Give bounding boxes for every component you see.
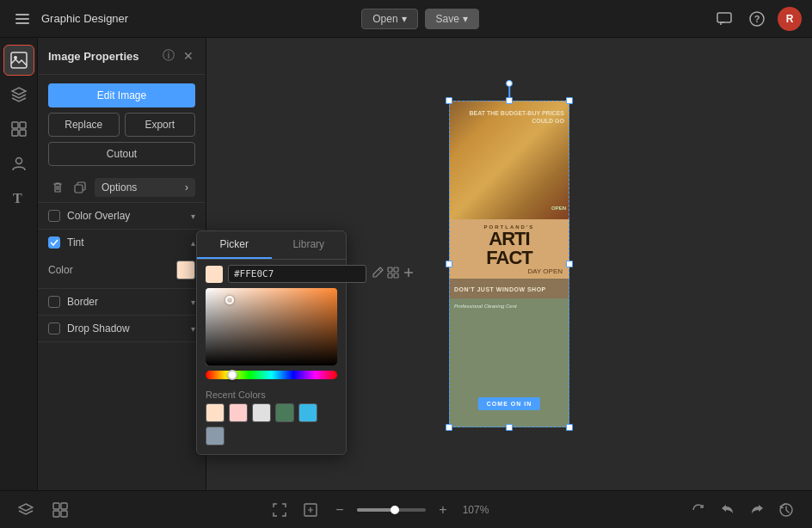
svg-rect-18 bbox=[394, 267, 398, 272]
redo-button[interactable] bbox=[745, 498, 769, 522]
handle-bottom-right[interactable] bbox=[566, 424, 573, 431]
sidebar-item-people[interactable] bbox=[3, 148, 34, 179]
border-checkbox[interactable] bbox=[48, 296, 60, 308]
recent-colors bbox=[197, 403, 346, 445]
svg-rect-24 bbox=[61, 503, 67, 509]
topbar-center: Open ▾ Save ▾ bbox=[361, 9, 479, 29]
history-icon[interactable] bbox=[774, 498, 798, 522]
close-icon[interactable]: ✕ bbox=[181, 47, 195, 64]
tint-header[interactable]: Tint ▴ bbox=[38, 230, 206, 255]
rotate-handle[interactable] bbox=[506, 80, 513, 87]
open-button[interactable]: Open ▾ bbox=[361, 9, 417, 29]
svg-rect-8 bbox=[12, 122, 18, 128]
handle-middle-left[interactable] bbox=[446, 261, 452, 267]
sidebar-item-text[interactable]: T bbox=[3, 182, 34, 213]
refresh-icon[interactable] bbox=[686, 498, 710, 522]
topbar-left: Graphic Designer bbox=[10, 7, 128, 31]
color-overlay-section: Color Overlay ▾ bbox=[38, 203, 206, 230]
zoom-in-button[interactable]: + bbox=[433, 500, 453, 520]
sidebar-item-grid[interactable] bbox=[3, 114, 34, 144]
bottom-left bbox=[14, 498, 72, 522]
recent-swatch-5[interactable] bbox=[298, 403, 317, 422]
options-button[interactable]: Options › bbox=[95, 178, 195, 197]
eyedropper-icon[interactable] bbox=[372, 267, 384, 281]
svg-rect-25 bbox=[53, 511, 59, 517]
zoom-handle bbox=[391, 506, 399, 514]
grid-icon[interactable] bbox=[387, 267, 399, 281]
topbar: Graphic Designer Open ▾ Save ▾ ? R bbox=[0, 0, 812, 38]
plus-icon[interactable] bbox=[403, 267, 415, 281]
help-icon[interactable]: ? bbox=[745, 7, 769, 31]
svg-rect-6 bbox=[11, 52, 27, 68]
sidebar-item-layers[interactable] bbox=[3, 79, 34, 110]
info-icon[interactable]: ⓘ bbox=[161, 46, 176, 65]
canvas-image-container[interactable]: BEAT THE BUDGET-BUY PRICES COULD GO OPEN… bbox=[449, 101, 569, 427]
svg-rect-9 bbox=[20, 122, 26, 128]
svg-rect-26 bbox=[61, 511, 67, 517]
tint-checkbox[interactable] bbox=[48, 236, 60, 249]
replace-button[interactable]: Replace bbox=[48, 113, 120, 137]
svg-rect-17 bbox=[388, 267, 392, 272]
hue-slider[interactable] bbox=[206, 371, 337, 379]
zoom-out-button[interactable]: − bbox=[329, 500, 350, 520]
handle-bottom-left[interactable] bbox=[446, 424, 452, 431]
sidebar-item-images[interactable] bbox=[3, 45, 34, 76]
svg-point-12 bbox=[15, 158, 22, 164]
svg-text:?: ? bbox=[754, 14, 760, 24]
edit-image-button[interactable]: Edit Image bbox=[48, 83, 195, 107]
handle-top-left[interactable] bbox=[446, 97, 452, 104]
library-tab[interactable]: Library bbox=[272, 231, 347, 259]
recent-swatch-6[interactable] bbox=[206, 427, 225, 445]
svg-rect-0 bbox=[15, 14, 29, 15]
recent-swatch-3[interactable] bbox=[252, 403, 271, 422]
border-header[interactable]: Border ▾ bbox=[38, 289, 206, 315]
handle-top-center[interactable] bbox=[506, 97, 513, 104]
hex-swatch bbox=[206, 266, 223, 283]
tint-color-row: Color bbox=[48, 261, 195, 279]
recent-swatch-2[interactable] bbox=[229, 403, 248, 422]
handle-bottom-center[interactable] bbox=[506, 424, 513, 431]
app-title: Graphic Designer bbox=[41, 12, 128, 25]
zoom-slider[interactable] bbox=[357, 508, 426, 512]
border-section: Border ▾ bbox=[38, 289, 206, 316]
duplicate-icon[interactable] bbox=[71, 178, 89, 197]
cutout-button[interactable]: Cutout bbox=[48, 142, 195, 166]
picker-icons bbox=[372, 267, 415, 281]
recent-swatch-1[interactable] bbox=[206, 403, 225, 422]
tint-color-swatch[interactable] bbox=[176, 261, 195, 279]
zoom-level: 107% bbox=[460, 504, 491, 516]
save-button[interactable]: Save ▾ bbox=[425, 9, 479, 29]
hex-input[interactable] bbox=[228, 265, 366, 283]
undo-button[interactable] bbox=[716, 498, 740, 522]
svg-rect-20 bbox=[394, 273, 398, 278]
export-button[interactable]: Export bbox=[125, 113, 196, 137]
poster-dont: DON'T JUST WINDOW SHOP bbox=[449, 279, 569, 299]
options-row: Options › bbox=[38, 173, 206, 203]
canvas-inner: BEAT THE BUDGET-BUY PRICES COULD GO OPEN… bbox=[449, 101, 569, 427]
handle-top-right[interactable] bbox=[566, 97, 573, 104]
tint-content: Color bbox=[38, 255, 206, 288]
svg-rect-19 bbox=[388, 273, 392, 278]
avatar[interactable]: R bbox=[778, 7, 802, 31]
left-sidebar: T bbox=[0, 38, 38, 490]
color-gradient[interactable] bbox=[206, 288, 337, 365]
poster-bottom: Professional Cleaning Cent COME ON IN bbox=[449, 298, 569, 427]
delete-icon[interactable] bbox=[48, 178, 67, 197]
color-picker-popup: Picker Library Recent Colors bbox=[196, 230, 347, 455]
handle-middle-right[interactable] bbox=[566, 261, 573, 267]
svg-line-16 bbox=[378, 269, 381, 272]
picker-tab[interactable]: Picker bbox=[197, 231, 272, 259]
topbar-right: ? R bbox=[712, 7, 802, 31]
layer-icon[interactable] bbox=[14, 498, 38, 522]
drop-shadow-header[interactable]: Drop Shadow ▾ bbox=[38, 316, 206, 341]
color-overlay-checkbox[interactable] bbox=[48, 210, 60, 222]
grid-view-icon[interactable] bbox=[48, 498, 72, 522]
svg-rect-1 bbox=[15, 18, 29, 20]
color-overlay-header[interactable]: Color Overlay ▾ bbox=[38, 203, 206, 229]
menu-icon[interactable] bbox=[10, 7, 34, 31]
drop-shadow-checkbox[interactable] bbox=[48, 322, 60, 335]
fit-screen-icon[interactable] bbox=[268, 498, 292, 522]
chat-icon[interactable] bbox=[712, 7, 736, 31]
recent-swatch-4[interactable] bbox=[275, 403, 294, 422]
resize-icon[interactable] bbox=[298, 498, 323, 522]
